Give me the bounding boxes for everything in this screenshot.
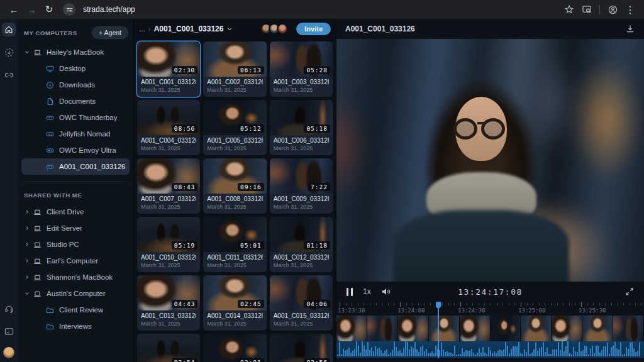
volume-icon[interactable] bbox=[381, 287, 391, 296]
site-settings-icon[interactable] bbox=[63, 3, 75, 16]
clip-card[interactable]: 05:12A001_C005_033126March 31, 2025 bbox=[203, 100, 266, 155]
clip-card[interactable]: 05:01A001_C011_033126March 31, 2025 bbox=[203, 217, 266, 272]
clip-card[interactable]: 04:06A001_C015_033126March 31, 2025 bbox=[270, 275, 333, 331]
tree-item-client-drive[interactable]: Client Drive bbox=[21, 204, 130, 220]
left-rail bbox=[0, 19, 18, 362]
clip-card[interactable]: 02:30A001_C001_033126March 31, 2025 bbox=[137, 41, 200, 97]
clip-duration: 7:22 bbox=[308, 183, 330, 191]
bookmark-star-icon[interactable] bbox=[562, 3, 577, 16]
side-panel-search-icon[interactable] bbox=[579, 3, 594, 16]
clip-card[interactable]: 04:43A001_C013_033126March 31, 2025 bbox=[137, 275, 200, 331]
player-header: A001_C001_033126 bbox=[336, 19, 644, 39]
chevron-right-icon[interactable] bbox=[23, 226, 31, 231]
clip-card[interactable]: 08:43A001_C007_033126March 31, 2025 bbox=[137, 158, 200, 214]
tree-item-jellyfish-nomad[interactable]: Jellyfish Nomad bbox=[21, 126, 130, 142]
tree-item-interviews[interactable]: Interviews bbox=[21, 318, 130, 334]
tree-item-owc-thunderbay[interactable]: OWC Thunderbay bbox=[21, 109, 130, 126]
agent-download-icon[interactable] bbox=[2, 45, 16, 59]
clip-name: A001_C012_033126 bbox=[274, 254, 329, 261]
filmstrip[interactable] bbox=[336, 315, 644, 341]
clip-card[interactable]: 05:18A001_C006_033126March 31, 2025 bbox=[270, 100, 333, 155]
clip-card[interactable]: 02:56 bbox=[270, 334, 333, 362]
chevron-right-icon[interactable] bbox=[23, 258, 31, 263]
subject-body bbox=[393, 210, 569, 282]
clip-card[interactable]: 05:19A001_C010_033126March 31, 2025 bbox=[137, 217, 200, 272]
back-icon[interactable]: ← bbox=[6, 3, 21, 16]
shared-tree: Client DriveEdit ServerStudio PCEarl's C… bbox=[21, 204, 130, 334]
laptop-icon bbox=[31, 273, 43, 282]
tree-item-label: Austin's Computer bbox=[47, 290, 106, 297]
clip-card[interactable]: 06:13A001_C002_033126March 31, 2025 bbox=[203, 41, 266, 97]
playback-speed-button[interactable]: 1x bbox=[363, 287, 371, 296]
clip-duration: 05:01 bbox=[238, 241, 264, 250]
tree-item-downloads[interactable]: Downloads bbox=[21, 77, 130, 93]
tree-item-studio-pc[interactable]: Studio PC bbox=[21, 236, 130, 253]
app-window: MY COMPUTERS + Agent Hailey's MacBookDes… bbox=[0, 19, 644, 362]
breadcrumb-ellipsis[interactable]: ... bbox=[139, 25, 145, 33]
browser-menu-icon[interactable]: ⋮ bbox=[623, 3, 638, 16]
tree-item-shannon-s-macbook[interactable]: Shannon's MacBook bbox=[21, 269, 130, 285]
folder-icon bbox=[44, 322, 55, 331]
my-computers-label: MY COMPUTERS bbox=[24, 30, 77, 36]
profile-icon[interactable] bbox=[605, 3, 620, 16]
collaborator-avatars[interactable] bbox=[260, 23, 288, 35]
headset-icon[interactable] bbox=[2, 302, 16, 315]
chevron-down-icon[interactable] bbox=[23, 50, 31, 55]
tree-item-documents[interactable]: Documents bbox=[21, 93, 130, 109]
chevron-down-icon[interactable] bbox=[226, 26, 233, 32]
home-icon[interactable] bbox=[2, 23, 16, 36]
download-icon[interactable] bbox=[625, 24, 635, 34]
chevron-down-icon[interactable] bbox=[23, 291, 31, 296]
clips-grid: 02:30A001_C001_033126March 31, 202506:13… bbox=[134, 39, 336, 362]
clip-card[interactable]: 08:56A001_C004_033126March 31, 2025 bbox=[137, 100, 200, 155]
audio-waveform[interactable] bbox=[336, 341, 644, 358]
clip-duration: 04:43 bbox=[172, 300, 198, 308]
clip-card[interactable]: 09:16A001_C008_033126March 31, 2025 bbox=[203, 158, 266, 214]
link-icon[interactable] bbox=[2, 68, 16, 82]
tree-item-a001-c001-033126[interactable]: A001_C001_033126 bbox=[21, 158, 130, 175]
clip-card[interactable]: 01:18A001_C012_033126March 31, 2025 bbox=[270, 217, 333, 272]
clip-card[interactable]: 05:28A001_C003_033126March 31, 2025 bbox=[270, 41, 333, 97]
tree-item-earl-s-computer[interactable]: Earl's Computer bbox=[21, 253, 130, 269]
tree-item-edit-server[interactable]: Edit Server bbox=[21, 220, 130, 236]
invite-button[interactable]: Invite bbox=[296, 23, 331, 35]
clip-thumbnail: 01:18 bbox=[270, 217, 333, 252]
card-icon[interactable] bbox=[2, 324, 16, 338]
clip-thumbnail: 05:19 bbox=[137, 217, 200, 252]
tree-item-label: Studio PC bbox=[47, 241, 79, 248]
tree-item-owc-envoy-ultra[interactable]: OWC Envoy Ultra bbox=[21, 142, 130, 158]
drive-icon bbox=[44, 114, 55, 122]
forward-icon[interactable]: → bbox=[24, 3, 39, 16]
tree-item-label: OWC Envoy Ultra bbox=[59, 146, 116, 154]
screen: ← → ↻ strada.tech/app bbox=[0, 0, 644, 362]
clip-card[interactable]: 03:54 bbox=[137, 334, 200, 362]
tree-item-austin-s-computer[interactable]: Austin's Computer bbox=[21, 285, 130, 302]
clip-date: March 31, 2025 bbox=[141, 145, 196, 151]
clip-card[interactable]: 03:01 bbox=[203, 334, 266, 362]
tree-item-hailey-s-macbook[interactable]: Hailey's MacBook bbox=[21, 44, 130, 60]
add-agent-button[interactable]: + Agent bbox=[92, 26, 128, 39]
collaborator-avatar[interactable] bbox=[277, 23, 288, 35]
url-text[interactable]: strada.tech/app bbox=[83, 5, 135, 14]
chevron-right-icon[interactable] bbox=[23, 209, 31, 214]
reload-icon[interactable]: ↻ bbox=[42, 3, 57, 16]
fullscreen-icon[interactable] bbox=[625, 287, 634, 296]
pause-button[interactable] bbox=[347, 288, 353, 296]
tree-item-client-review[interactable]: Client Review bbox=[21, 302, 130, 318]
clip-card[interactable]: 7:22A001_C009_033126March 31, 2025 bbox=[270, 158, 333, 214]
clip-duration: 08:56 bbox=[172, 124, 198, 133]
clip-date: March 31, 2025 bbox=[274, 262, 329, 268]
tree-item-desktop[interactable]: Desktop bbox=[21, 60, 130, 77]
clip-date: March 31, 2025 bbox=[141, 204, 196, 210]
clip-name: A001_C015_033126 bbox=[274, 312, 329, 319]
chevron-right-icon[interactable] bbox=[23, 242, 31, 247]
video-frame[interactable] bbox=[336, 39, 644, 282]
breadcrumb-current[interactable]: A001_C001_033126 bbox=[154, 25, 224, 33]
clip-card[interactable]: 02:45A001_C014_033126March 31, 2025 bbox=[203, 275, 266, 331]
timeline-ruler[interactable]: 13:23:3013:24:0013:24:3013:25:0013:25:30 bbox=[336, 302, 644, 315]
ruler-label: 13:24:00 bbox=[397, 307, 425, 314]
user-avatar[interactable] bbox=[3, 347, 14, 358]
chevron-right-icon[interactable] bbox=[23, 275, 31, 280]
doc-icon bbox=[44, 97, 55, 106]
clip-thumbnail: 08:43 bbox=[137, 158, 200, 194]
